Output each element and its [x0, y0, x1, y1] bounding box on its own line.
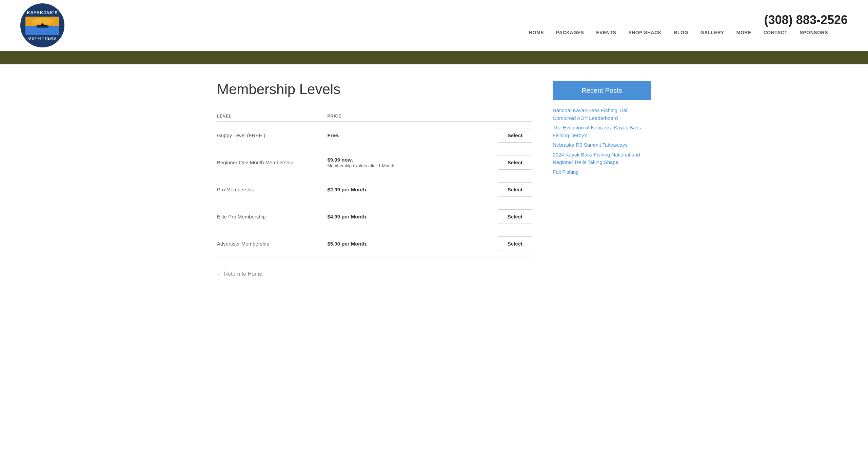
table-row: Beginner One Month Membership$9.99 now.M…: [217, 149, 532, 176]
logo-brand-top: KAYAKJAK'S: [25, 10, 59, 16]
price-col: $5.00 per Month.: [328, 230, 470, 257]
table-row: Advertiser Membership$5.00 per Month.Sel…: [217, 230, 532, 257]
sidebar-title: Recent Posts: [553, 81, 651, 100]
price-col: Free.: [328, 122, 470, 149]
select-button-1[interactable]: Select: [498, 155, 532, 170]
sidebar-post-link-4[interactable]: Fall Fishing: [553, 169, 579, 175]
select-button-0[interactable]: Select: [498, 128, 532, 143]
table-row: Guppy Level (FREE!)Free.Select: [217, 122, 532, 149]
logo[interactable]: KAYAKJAK'S: [20, 3, 64, 47]
nav-item-shop-shack[interactable]: SHOP SHACK: [622, 27, 668, 38]
membership-table: LEVEL PRICE Guppy Level (FREE!)Free.Sele…: [217, 111, 532, 257]
price-main: $4.99 per Month.: [328, 214, 368, 219]
action-col: Select: [469, 149, 532, 176]
nav-item-events[interactable]: EVENTS: [590, 27, 622, 38]
price-col: $2.99 per Month.: [328, 176, 470, 203]
return-home-link[interactable]: ← Return to Home: [217, 271, 262, 277]
sidebar-post-item: Fall Fishing: [553, 168, 651, 176]
price-col: $9.99 now.Membership expires after 1 Mon…: [328, 149, 470, 176]
sidebar-post-item: The Evolution of Nebraska Kayak Bass Fis…: [553, 124, 651, 139]
sidebar-post-item: National Kayak Bass Fishing Trail Combin…: [553, 107, 651, 122]
price-sub: Membership expires after 1 Month.: [328, 163, 396, 168]
content-area: Membership Levels LEVEL PRICE Guppy Leve…: [217, 81, 532, 277]
select-button-3[interactable]: Select: [498, 209, 532, 224]
main-container: Membership Levels LEVEL PRICE Guppy Leve…: [197, 64, 671, 294]
nav-item-packages[interactable]: PACKAGES: [550, 27, 590, 38]
sidebar-post-link-1[interactable]: The Evolution of Nebraska Kayak Bass Fis…: [553, 125, 641, 138]
logo-brand-bottom: OUTFITTERS: [25, 37, 59, 41]
action-col: Select: [469, 203, 532, 230]
table-row: Pro Membership$2.99 per Month.Select: [217, 176, 532, 203]
price-main: $2.99 per Month.: [328, 187, 368, 192]
sidebar-post-link-2[interactable]: Nebraska R3 Summit Takeaways: [553, 142, 628, 148]
level-name: Guppy Level (FREE!): [217, 122, 328, 149]
level-name: Elite Pro Membership: [217, 203, 328, 230]
logo-inner: KAYAKJAK'S: [25, 10, 59, 41]
nav-item-more[interactable]: MORE: [730, 27, 757, 38]
action-col: Select: [469, 176, 532, 203]
select-button-2[interactable]: Select: [498, 182, 532, 197]
price-main: Free.: [328, 132, 340, 138]
price-main: $5.00 per Month.: [328, 241, 368, 247]
phone-number: (308) 883-2526: [764, 13, 848, 27]
main-nav: HOMEPACKAGESEVENTSSHOP SHACKBLOGGALLERYM…: [509, 27, 848, 38]
sidebar: Recent Posts National Kayak Bass Fishing…: [553, 81, 651, 277]
nav-item-contact[interactable]: CONTACT: [757, 27, 794, 38]
action-col: Select: [469, 122, 532, 149]
nav-item-blog[interactable]: BLOG: [668, 27, 694, 38]
sidebar-post-link-0[interactable]: National Kayak Bass Fishing Trail Combin…: [553, 107, 628, 121]
sidebar-post-item: Nebraska R3 Summit Takeaways: [553, 141, 651, 149]
sidebar-post-item: 2024 Kayak Bass Fishing National and Reg…: [553, 151, 651, 166]
col-level-header: LEVEL: [217, 111, 328, 122]
logo-area: KAYAKJAK'S: [20, 3, 64, 47]
header: KAYAKJAK'S: [0, 0, 868, 51]
nav-item-sponsors[interactable]: SPONSORS: [794, 27, 834, 38]
sidebar-post-link-3[interactable]: 2024 Kayak Bass Fishing National and Reg…: [553, 152, 640, 165]
recent-posts-list: National Kayak Bass Fishing Trail Combin…: [553, 107, 651, 176]
table-row: Elite Pro Membership$4.99 per Month.Sele…: [217, 203, 532, 230]
level-name: Advertiser Membership: [217, 230, 328, 257]
green-banner: [0, 51, 868, 64]
price-col: $4.99 per Month.: [328, 203, 470, 230]
nav-item-home[interactable]: HOME: [523, 27, 550, 38]
nav-item-gallery[interactable]: GALLERY: [694, 27, 730, 38]
page-title: Membership Levels: [217, 81, 532, 98]
col-action-header: [469, 111, 532, 122]
level-name: Beginner One Month Membership: [217, 149, 328, 176]
price-main: $9.99 now.: [328, 157, 353, 163]
action-col: Select: [469, 230, 532, 257]
select-button-4[interactable]: Select: [498, 236, 532, 251]
logo-scene: [25, 17, 59, 35]
col-price-header: PRICE: [328, 111, 470, 122]
level-name: Pro Membership: [217, 176, 328, 203]
return-home[interactable]: ← Return to Home: [217, 271, 532, 277]
